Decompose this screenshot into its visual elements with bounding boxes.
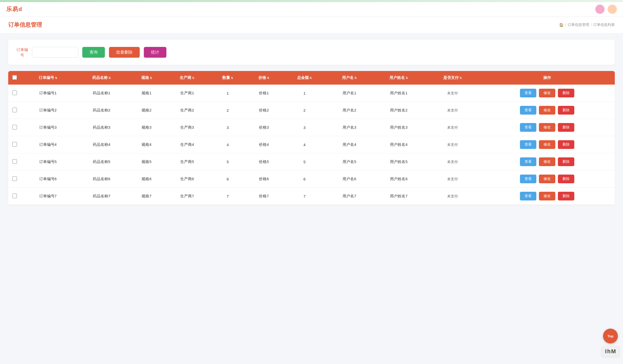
row-user-realname: 用户姓名5 [372,153,426,170]
row-drug-name: 药品名称7 [75,188,129,205]
search-row: 订单编号 查询 批量删除 统计 [16,47,607,58]
row-username: 用户名4 [327,136,372,153]
view-button-1[interactable]: 查看 [520,89,536,97]
col-order-no: 订单编号⇅ [21,71,75,85]
row-checkbox-7[interactable] [12,194,17,198]
row-drug-name: 药品名称3 [75,119,129,136]
table-row: 订单编号4 药品名称4 规格4 生产商4 4 价格4 4 用户名4 用户姓名4 … [8,136,615,153]
view-button-6[interactable]: 查看 [520,175,536,183]
row-spec: 规格4 [128,136,165,153]
row-username: 用户名5 [327,153,372,170]
edit-button-2[interactable]: 修改 [539,106,555,115]
col-user-realname: 用户姓名⇅ [372,71,426,85]
row-qty: 3 [210,119,246,136]
avatar-1[interactable] [595,5,605,14]
view-button-5[interactable]: 查看 [520,157,536,166]
row-checkbox-cell [8,102,21,119]
row-paid: 未支付 [426,102,479,119]
edit-button-5[interactable]: 修改 [539,157,555,166]
row-checkbox-3[interactable] [12,125,17,129]
row-user-realname: 用户姓名7 [372,188,426,205]
delete-button-2[interactable]: 删除 [558,106,574,115]
row-producer: 生产商1 [165,85,209,102]
col-username: 用户名⇅ [327,71,372,85]
order-id-input[interactable] [32,47,78,58]
row-username: 用户名3 [327,119,372,136]
row-checkbox-6[interactable] [12,176,17,181]
row-price: 价格7 [246,188,282,205]
view-button-2[interactable]: 查看 [520,106,536,115]
query-button[interactable]: 查询 [82,47,105,58]
row-checkbox-1[interactable] [12,90,17,95]
col-drug-name: 药品名称⇅ [75,71,129,85]
table-row: 订单编号1 药品名称1 规格1 生产商1 1 价格1 1 用户名1 用户姓名1 … [8,85,615,102]
row-checkbox-4[interactable] [12,142,17,147]
table-body: 订单编号1 药品名称1 规格1 生产商1 1 价格1 1 用户名1 用户姓名1 … [8,85,615,205]
stats-button[interactable]: 统计 [144,47,166,58]
table-row: 订单编号5 药品名称5 规格5 生产商5 5 价格5 5 用户名5 用户姓名5 … [8,153,615,170]
row-drug-name: 药品名称1 [75,85,129,102]
row-checkbox-5[interactable] [12,159,17,164]
view-button-4[interactable]: 查看 [520,140,536,149]
row-drug-name: 药品名称5 [75,153,129,170]
delete-button-7[interactable]: 删除 [558,192,574,200]
col-spec: 规格⇅ [128,71,165,85]
row-drug-name: 药品名称6 [75,170,129,188]
select-all-checkbox[interactable] [12,75,17,80]
breadcrumb-home-icon: 🏠 [559,23,564,27]
orders-table: 订单编号⇅ 药品名称⇅ 规格⇅ 生产商⇅ 数量⇅ 价格⇅ 总金额⇅ 用户名⇅ 用… [8,71,615,205]
row-username: 用户名1 [327,85,372,102]
col-price: 价格⇅ [246,71,282,85]
view-button-3[interactable]: 查看 [520,123,536,132]
row-drug-name: 药品名称2 [75,102,129,119]
row-order-no: 订单编号5 [21,153,75,170]
row-order-no: 订单编号2 [21,102,75,119]
search-label: 订单编号 [16,47,28,58]
delete-button-5[interactable]: 删除 [558,157,574,166]
row-producer: 生产商6 [165,170,209,188]
delete-button-3[interactable]: 删除 [558,123,574,132]
delete-button-1[interactable]: 删除 [558,89,574,97]
row-checkbox-cell [8,188,21,205]
back-to-top-button[interactable]: Top [603,329,618,343]
edit-button-6[interactable]: 修改 [539,175,555,183]
csdn-badge: IhM [601,346,620,357]
row-drug-name: 药品名称4 [75,136,129,153]
row-checkbox-cell [8,153,21,170]
avatar-2[interactable] [608,5,617,14]
row-total: 2 [282,102,327,119]
row-checkbox-cell [8,119,21,136]
row-paid: 未支付 [426,119,479,136]
page-title-bar: 订单信息管理 🏠 / 订单信息管理 / 订单信息列表 [0,16,623,34]
delete-button-6[interactable]: 删除 [558,175,574,183]
edit-button-1[interactable]: 修改 [539,89,555,97]
row-total: 6 [282,170,327,188]
row-user-realname: 用户姓名1 [372,85,426,102]
row-checkbox-cell [8,136,21,153]
row-paid: 未支付 [426,170,479,188]
col-total: 总金额⇅ [282,71,327,85]
row-spec: 规格7 [128,188,165,205]
row-price: 价格6 [246,170,282,188]
row-price: 价格3 [246,119,282,136]
view-button-7[interactable]: 查看 [520,192,536,200]
row-spec: 规格5 [128,153,165,170]
batch-delete-button[interactable]: 批量删除 [109,47,140,58]
row-producer: 生产商3 [165,119,209,136]
edit-button-7[interactable]: 修改 [539,192,555,200]
row-producer: 生产商5 [165,153,209,170]
row-qty: 4 [210,136,246,153]
row-spec: 规格3 [128,119,165,136]
row-total: 5 [282,153,327,170]
edit-button-3[interactable]: 修改 [539,123,555,132]
row-checkbox-2[interactable] [12,108,17,112]
row-username: 用户名2 [327,102,372,119]
row-total: 3 [282,119,327,136]
delete-button-4[interactable]: 删除 [558,140,574,149]
row-user-realname: 用户姓名2 [372,102,426,119]
row-paid: 未支付 [426,136,479,153]
row-total: 7 [282,188,327,205]
edit-button-4[interactable]: 修改 [539,140,555,149]
row-order-no: 订单编号6 [21,170,75,188]
main-content: 订单编号 查询 批量删除 统计 订单编号⇅ 药品名称⇅ 规格⇅ 生产商⇅ 数量⇅… [0,34,623,211]
